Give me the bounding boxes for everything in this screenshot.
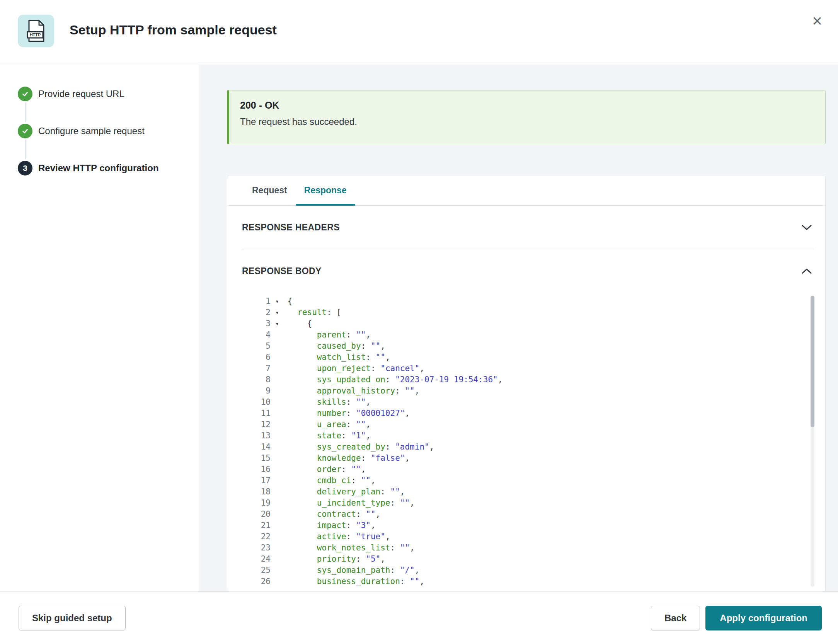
code-text: impact: "3",: [284, 520, 376, 531]
code-scrollbar-track[interactable]: [811, 296, 814, 587]
code-lines: 1▾{2▾ result: [3▾ {4 parent: "",5 caused…: [227, 296, 825, 587]
code-text: parent: "",: [284, 329, 371, 341]
line-number: 16: [227, 464, 271, 475]
code-line: 26 business_duration: "",: [227, 576, 825, 587]
dialog-header: HTTP Setup HTTP from sample request ×: [0, 0, 838, 64]
line-number: 23: [227, 542, 271, 554]
chevron-up-icon: [801, 268, 812, 274]
dialog-title: Setup HTTP from sample request: [70, 22, 277, 37]
code-line: 6 watch_list: "",: [227, 352, 825, 363]
collapse-caret-icon[interactable]: ▾: [271, 296, 284, 307]
code-text: delivery_plan: "",: [284, 486, 405, 497]
line-number: 26: [227, 576, 271, 587]
code-line: 17 cmdb_ci: "",: [227, 475, 825, 486]
caret-spacer: [271, 408, 284, 419]
tab-response[interactable]: Response: [296, 176, 355, 206]
line-number: 22: [227, 531, 271, 542]
back-button[interactable]: Back: [651, 606, 700, 630]
code-text: sys_domain_path: "/",: [284, 565, 419, 576]
skip-guided-setup-button[interactable]: Skip guided setup: [19, 606, 126, 630]
code-line: 20 contract: "",: [227, 509, 825, 520]
code-text: order: "",: [284, 464, 366, 475]
code-line: 10 skills: "",: [227, 397, 825, 408]
code-text: {: [284, 296, 293, 307]
step-provide-request-url[interactable]: Provide request URL: [18, 87, 192, 101]
step-complete-check-icon: [18, 87, 32, 101]
code-line: 12 u_area: "",: [227, 419, 825, 430]
caret-spacer: [271, 453, 284, 464]
line-number: 13: [227, 430, 271, 441]
code-text: business_duration: "",: [284, 576, 424, 587]
tab-request[interactable]: Request: [244, 176, 296, 206]
line-number: 19: [227, 497, 271, 509]
caret-spacer: [271, 329, 284, 341]
caret-spacer: [271, 385, 284, 397]
line-number: 12: [227, 419, 271, 430]
code-line: 4 parent: "",: [227, 329, 825, 341]
caret-spacer: [271, 374, 284, 385]
apply-configuration-button[interactable]: Apply configuration: [705, 606, 822, 630]
setup-http-dialog: HTTP Setup HTTP from sample request × Pr…: [0, 0, 838, 644]
status-code-title: 200 - OK: [240, 100, 814, 111]
code-text: priority: "5",: [284, 554, 385, 565]
line-number: 18: [227, 486, 271, 497]
caret-spacer: [271, 441, 284, 453]
line-number: 10: [227, 397, 271, 408]
code-line: 14 sys_created_by: "admin",: [227, 441, 825, 453]
line-number: 17: [227, 475, 271, 486]
code-line: 15 knowledge: "false",: [227, 453, 825, 464]
http-icon-label: HTTP: [30, 32, 41, 37]
caret-spacer: [271, 554, 284, 565]
code-line: 7 upon_reject: "cancel",: [227, 363, 825, 374]
main-panel: 200 - OK The request has succeeded. Requ…: [199, 65, 838, 591]
line-number: 8: [227, 374, 271, 385]
code-line: 23 work_notes_list: "",: [227, 542, 825, 554]
caret-spacer: [271, 341, 284, 352]
line-number: 25: [227, 565, 271, 576]
code-text: u_incident_type: "",: [284, 497, 415, 509]
collapse-caret-icon[interactable]: ▾: [271, 307, 284, 318]
code-line: 21 impact: "3",: [227, 520, 825, 531]
tab-bar: Request Response: [227, 176, 825, 206]
code-text: number: "00001027",: [284, 408, 410, 419]
code-text: state: "1",: [284, 430, 371, 441]
code-line: 5 caused_by: "",: [227, 341, 825, 352]
code-text: cmdb_ci: "",: [284, 475, 376, 486]
line-number: 24: [227, 554, 271, 565]
step-connector: [25, 103, 26, 122]
code-line: 19 u_incident_type: "",: [227, 497, 825, 509]
line-number: 6: [227, 352, 271, 363]
step-review-http-configuration[interactable]: 3 Review HTTP configuration: [18, 161, 192, 175]
caret-spacer: [271, 363, 284, 374]
caret-spacer: [271, 486, 284, 497]
code-line: 25 sys_domain_path: "/",: [227, 565, 825, 576]
response-headers-title: RESPONSE HEADERS: [242, 222, 340, 233]
line-number: 15: [227, 453, 271, 464]
stepper-sidebar: Provide request URL Configure sample req…: [0, 65, 199, 591]
code-text: knowledge: "false",: [284, 453, 410, 464]
line-number: 3: [227, 318, 271, 329]
line-number: 2: [227, 307, 271, 318]
code-text: skills: "",: [284, 397, 371, 408]
caret-spacer: [271, 509, 284, 520]
response-headers-section-toggle[interactable]: RESPONSE HEADERS: [227, 206, 825, 249]
step-label: Provide request URL: [38, 89, 124, 99]
code-text: {: [284, 318, 312, 329]
code-scrollbar-thumb[interactable]: [811, 296, 814, 427]
step-configure-sample-request[interactable]: Configure sample request: [18, 124, 192, 138]
request-response-card: Request Response RESPONSE HEADERS RESPON…: [227, 176, 826, 591]
caret-spacer: [271, 419, 284, 430]
code-line: 8 sys_updated_on: "2023-07-19 19:54:36",: [227, 374, 825, 385]
line-number: 11: [227, 408, 271, 419]
code-line: 18 delivery_plan: "",: [227, 486, 825, 497]
chevron-down-icon: [801, 224, 812, 231]
response-body-section-toggle[interactable]: RESPONSE BODY: [227, 249, 825, 293]
step-number-badge: 3: [18, 161, 32, 175]
step-complete-check-icon: [18, 124, 32, 138]
close-button[interactable]: ×: [806, 10, 828, 32]
collapse-caret-icon[interactable]: ▾: [271, 318, 284, 329]
caret-spacer: [271, 464, 284, 475]
line-number: 9: [227, 385, 271, 397]
code-line: 22 active: "true",: [227, 531, 825, 542]
line-number: 21: [227, 520, 271, 531]
